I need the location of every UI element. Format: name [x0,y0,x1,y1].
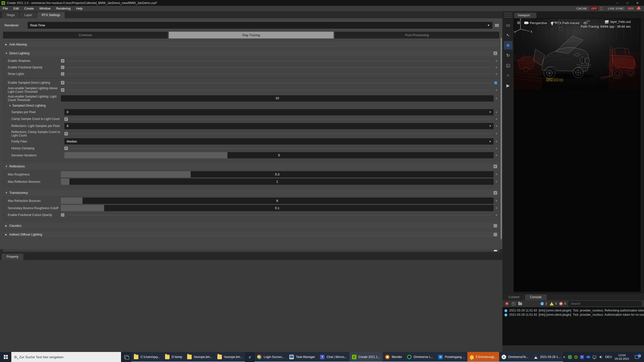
setting-slider[interactable]: 0.1 [61,205,494,211]
taskbar-item-ie[interactable]: e [245,352,255,362]
console-search-input[interactable] [569,301,641,306]
tab-property[interactable]: Property [2,254,23,260]
omniverse-tray-icon[interactable] [574,355,578,359]
console-log[interactable]: i2021-03-29 11:51:43 [Info] [omni.client… [502,307,644,345]
teams-tray-icon[interactable]: T [580,355,584,359]
setting-checkbox[interactable] [494,233,497,236]
menu-item-help[interactable]: Help [73,6,85,11]
mode-tab-ray-tracing[interactable]: Ray Tracing [169,32,334,38]
taskbar-item-posteingang[interactable]: OPosteingang ... [436,352,467,362]
taskbar-item-create-2021-1[interactable]: CCreate 2021.1... [349,352,383,362]
viewport-canvas[interactable]: ⚙ Perspective RTX Path-traced layer_Feli [514,18,640,292]
setting-dropdown[interactable]: 8▼ [64,123,494,129]
taskbar-item-task-manager[interactable]: Task-Manager [287,352,317,362]
tab-layer[interactable]: Layer [20,12,37,18]
setting-checkbox[interactable]: ✓ [64,117,68,121]
taskbar-item-chat-micros[interactable]: TChat | Micros... [317,352,349,362]
render-mode-button[interactable]: RTX Path-traced [551,21,579,25]
play-tool[interactable]: ▶ [504,81,512,90]
close-button[interactable]: ✕ [632,1,642,5]
cache-status-badge[interactable]: OFF [590,7,598,11]
maximize-button[interactable]: □ [622,1,632,5]
move-tool[interactable]: ⊕ [504,41,512,50]
task-view-button[interactable] [121,352,131,362]
setting-slider[interactable]: 6 [61,198,494,204]
setting-checkbox[interactable] [61,213,64,217]
setting-dropdown[interactable]: 8▼ [64,109,494,115]
marquee-select-tool[interactable]: ▭ [504,21,512,29]
taskbar-item-login-succes[interactable]: Login Succes... [255,352,287,362]
menu-item-window[interactable]: Window [36,6,53,11]
error-count-icon[interactable]: ✕ [559,302,563,305]
setting-checkbox[interactable]: ✓ [494,52,497,55]
setting-checkbox[interactable]: ✓ [61,81,64,84]
rotate-tool[interactable]: ↻ [504,51,512,60]
info-count-icon[interactable]: i [540,302,544,305]
volume-tray-icon[interactable] [599,355,602,359]
renderer-menu-icon[interactable] [495,24,499,27]
panel-scrollbar[interactable] [501,38,502,239]
capture-tray-icon[interactable] [568,355,572,359]
hidden-icons-chevron[interactable]: ∧ [563,355,565,359]
cursor-select-tool[interactable]: ↖ [504,31,512,39]
warning-count-icon[interactable] [550,302,554,305]
section-header[interactable]: ▶Anti-Aliasing [3,41,499,48]
setting-checkbox[interactable] [61,66,64,69]
tab-console[interactable]: Console [525,294,547,300]
open-log-folder-icon[interactable] [518,302,522,306]
language-indicator[interactable]: DEU [605,355,612,359]
snap-tool[interactable]: ∩ [504,71,512,80]
setting-field[interactable]: 10 [61,95,494,102]
tab-rtx-settings[interactable]: RTX Settings [37,12,65,18]
taskbar-search[interactable]: Zur Suche Text hier eingeben [11,352,121,362]
mode-tab-post-processing[interactable]: Post Processing [335,32,499,38]
setting-checkbox[interactable]: ✓ [64,147,68,150]
taskbar-item-5-erinnerung[interactable]: 5 Erinnerung(... [467,352,499,362]
taskbar-item-c-users-qxy[interactable]: C:\Users\qxy... [131,352,163,362]
section-header[interactable]: ▼Direct Lighting✓ [3,50,499,57]
minimize-button[interactable]: ─ [612,1,622,5]
section-header[interactable]: ▶Indirect Diffuse Lighting [3,231,499,238]
taskbar-item-europe-bm[interactable]: \\europe.bm... [215,352,245,362]
taskbar-item-blender[interactable]: Blender [383,352,405,362]
clear-console-icon[interactable]: ✕ [505,302,509,306]
toolbar-drag-handle[interactable] [504,13,512,17]
setting-checkbox[interactable]: ✓ [64,132,68,135]
taskbar-item-omniverse-l[interactable]: Omniverse L... [405,352,436,362]
start-button[interactable] [0,352,11,362]
setting-checkbox[interactable] [494,224,497,228]
scale-tool[interactable]: ◱ [504,61,512,70]
menu-item-file[interactable]: File [0,6,11,11]
section-header[interactable]: ▼Reflections✓ [3,163,499,170]
renderer-dropdown[interactable]: Real-Time ▼ [28,22,492,29]
menu-item-create[interactable]: Create [22,6,37,11]
setting-dropdown[interactable]: Median▼ [64,138,494,145]
section-header[interactable]: ▼Translucency✓ [3,190,499,196]
taskbar-clock[interactable]: 13:5429.03.2021 [615,353,629,361]
section-header[interactable]: ▶Caustics [3,222,499,229]
setting-slider[interactable]: 0.3 [61,171,494,177]
active-layer-indicator[interactable]: layer_Felix.usd [581,20,631,24]
mode-tab-common[interactable]: Common [3,32,168,38]
subsection-header[interactable]: ▼Sampled Direct Lighting [5,103,498,109]
setting-checkbox[interactable]: ✓ [494,165,497,168]
taskbar-item-europe-bm[interactable]: \\europe.bm... [185,352,215,362]
menu-item-rendering[interactable]: Rendering [53,6,73,11]
taskbar-item-2021-03-29-1[interactable]: 2021-03-29 1... [531,352,563,362]
setting-checkbox[interactable]: ✓ [494,191,497,195]
live-sync-status-badge[interactable]: OFF [627,7,635,11]
setting-checkbox[interactable] [61,72,64,76]
edit-filter-icon[interactable]: ✎ [511,302,515,306]
tab-content[interactable]: Content [503,294,525,300]
tab-stage[interactable]: Stage [2,12,19,18]
action-center-button[interactable]: 10 [632,355,642,359]
setting-checkbox[interactable]: ✓ [61,59,64,63]
setting-checkbox[interactable]: ✓ [61,88,64,92]
setting-slider[interactable]: 1 [61,178,494,185]
taskbar-item-d-temp[interactable]: D:\temp [163,352,185,362]
onedrive-tray-icon[interactable] [586,356,590,358]
network-tray-icon[interactable] [593,356,596,358]
taskbar-item-omniversete[interactable]: UOmniverseTe... [499,352,531,362]
menu-item-edit[interactable]: Edit [11,6,22,11]
setting-slider[interactable]: 5 [64,152,494,158]
